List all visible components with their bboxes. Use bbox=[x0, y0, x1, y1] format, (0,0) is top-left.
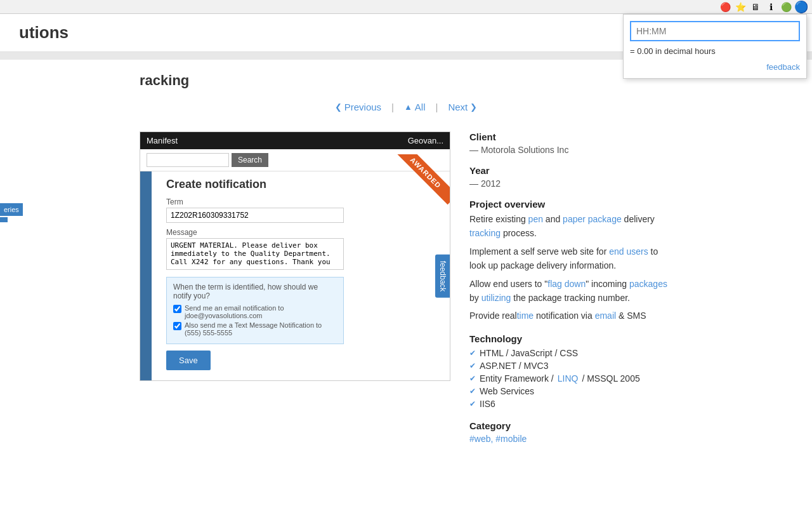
category-tags: #web, #mobile bbox=[469, 434, 672, 444]
time-feedback-link[interactable]: feedback bbox=[630, 62, 800, 72]
time-tracker-popup: = 0.00 in decimal hours feedback bbox=[623, 14, 807, 79]
checkbox-sms-label: Also send me a Text Message Notification… bbox=[185, 321, 337, 337]
screenshot-container: AWARDED Manifest Geovan... Search Create bbox=[140, 131, 450, 381]
message-group: Message URGENT MATERIAL. Please deliver … bbox=[166, 228, 440, 272]
tech-item-3: Entity Framework / LINQ / MSSQL 2005 bbox=[469, 372, 672, 385]
all-link[interactable]: ▲ All bbox=[404, 102, 426, 112]
separator-1: | bbox=[391, 102, 394, 112]
term-group: Term bbox=[166, 197, 440, 223]
client-label: Client bbox=[469, 131, 672, 142]
year-value: — 2012 bbox=[469, 178, 672, 189]
message-textarea[interactable]: URGENT MATERIAL. Please deliver box imme… bbox=[166, 238, 344, 270]
time-decimal-display: = 0.00 in decimal hours bbox=[630, 45, 800, 57]
overview-line-1: Retire existing pen and paper package de… bbox=[469, 212, 672, 241]
adblock-icon[interactable]: 🔴 bbox=[719, 1, 731, 13]
client-section: Client — Motorola Solutions Inc bbox=[469, 131, 672, 155]
separator-2: | bbox=[436, 102, 438, 112]
screenshot-topbar: Manifest Geovan... bbox=[140, 132, 450, 149]
up-arrow-icon: ▲ bbox=[404, 102, 412, 112]
tech-item-2: ASP.NET / MVC3 bbox=[469, 359, 672, 372]
screenshot-search-input[interactable] bbox=[147, 153, 229, 167]
overview-line-4: Provide realtime notification via email … bbox=[469, 309, 672, 323]
left-nav-item-2[interactable] bbox=[0, 217, 8, 222]
all-label: All bbox=[415, 102, 426, 112]
screen-icon[interactable]: 🖥 bbox=[750, 1, 761, 13]
topbar-right-label: Geovan... bbox=[408, 136, 443, 145]
pagination-nav: ❮ Previous | ▲ All | Next ❯ bbox=[140, 102, 672, 112]
overview-line-3: Allow end users to "flag down" incoming … bbox=[469, 277, 672, 305]
green-icon[interactable]: 🟢 bbox=[780, 1, 792, 13]
screenshot-column: AWARDED Manifest Geovan... Search Create bbox=[140, 131, 450, 454]
topbar-left-label: Manifest bbox=[147, 136, 178, 145]
screenshot-inner: Create notification Term Message URGENT … bbox=[166, 178, 440, 370]
checkbox-email[interactable] bbox=[173, 305, 181, 313]
tech-section: Technology HTML / JavaScript / CSS ASP.N… bbox=[469, 333, 672, 410]
save-button[interactable]: Save bbox=[166, 351, 211, 370]
screenshot-search-button[interactable]: Search bbox=[232, 153, 268, 167]
checkbox-sms[interactable] bbox=[173, 322, 181, 330]
left-nav-item-1[interactable]: eries bbox=[0, 203, 23, 216]
category-section: Category #web, #mobile bbox=[469, 420, 672, 444]
tech-item-4: Web Services bbox=[469, 385, 672, 398]
checkbox-email-label: Send me an email notification to jdoe@yo… bbox=[185, 304, 337, 319]
info-column: Client — Motorola Solutions Inc Year — 2… bbox=[469, 131, 672, 454]
year-section: Year — 2012 bbox=[469, 165, 672, 189]
prev-label: Previous bbox=[344, 102, 381, 112]
prev-link[interactable]: ❮ Previous bbox=[335, 102, 381, 112]
page-content: racking ❮ Previous | ▲ All | Next ❯ AWAR… bbox=[121, 60, 691, 467]
page-title: racking bbox=[140, 72, 672, 89]
next-label: Next bbox=[448, 102, 468, 112]
prev-arrow-icon: ❮ bbox=[335, 102, 342, 112]
browser-icon-group: 🔴 ⭐ 🖥 ℹ 🟢 🔵 bbox=[719, 1, 807, 13]
notification-title: When the term is identified, how should … bbox=[173, 283, 337, 300]
left-nav: eries bbox=[0, 203, 23, 222]
next-link[interactable]: Next ❯ bbox=[448, 102, 477, 112]
message-label: Message bbox=[166, 228, 440, 237]
ext-icon[interactable]: 🔵 bbox=[796, 1, 807, 13]
overview-section: Project overview Retire existing pen and… bbox=[469, 199, 672, 323]
checkbox-email-row: Send me an email notification to jdoe@yo… bbox=[173, 304, 337, 319]
form-title: Create notification bbox=[166, 178, 440, 191]
feedback-tab[interactable]: feedback bbox=[435, 254, 450, 298]
info-icon[interactable]: ℹ bbox=[765, 1, 776, 13]
year-label: Year bbox=[469, 165, 672, 176]
term-input[interactable] bbox=[166, 208, 344, 223]
screenshot-body: Create notification Term Message URGENT … bbox=[140, 171, 450, 380]
overview-label: Project overview bbox=[469, 199, 672, 210]
tech-item-5: IIS6 bbox=[469, 398, 672, 410]
time-input[interactable] bbox=[630, 21, 800, 41]
tech-label: Technology bbox=[469, 333, 672, 344]
star-icon[interactable]: ⭐ bbox=[735, 1, 746, 13]
browser-chrome: 🔴 ⭐ 🖥 ℹ 🟢 🔵 bbox=[0, 0, 812, 14]
term-label: Term bbox=[166, 197, 440, 206]
tech-item-1: HTML / JavaScript / CSS bbox=[469, 347, 672, 359]
sidebar-strip bbox=[140, 171, 152, 380]
main-columns: AWARDED Manifest Geovan... Search Create bbox=[140, 131, 672, 454]
overview-line-2: Implement a self serve web site for end … bbox=[469, 244, 672, 273]
next-arrow-icon: ❯ bbox=[470, 102, 477, 112]
client-value: — Motorola Solutions Inc bbox=[469, 145, 672, 155]
screenshot-searchbar: Search bbox=[140, 149, 450, 171]
category-label: Category bbox=[469, 420, 672, 431]
checkbox-sms-row: Also send me a Text Message Notification… bbox=[173, 321, 337, 337]
notification-box: When the term is identified, how should … bbox=[166, 277, 344, 344]
site-logo: utions bbox=[19, 23, 69, 43]
tech-list: HTML / JavaScript / CSS ASP.NET / MVC3 E… bbox=[469, 347, 672, 410]
